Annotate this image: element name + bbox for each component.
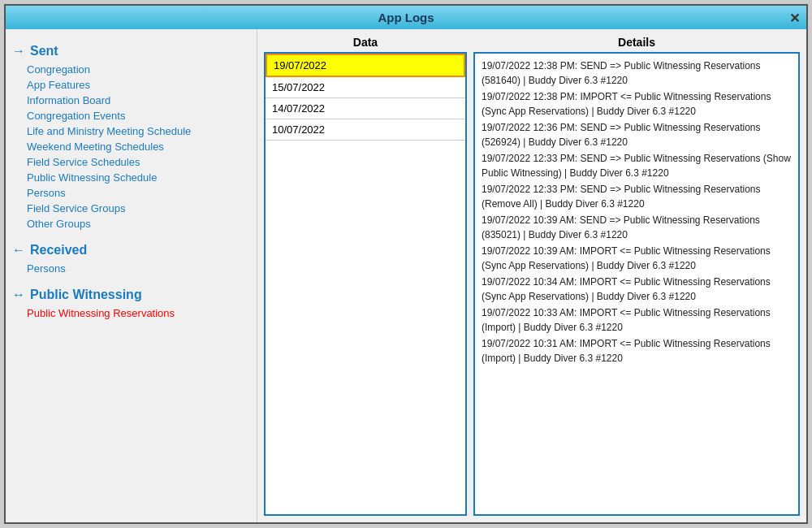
public-witnessing-section-header: ↔ Public Witnessing bbox=[12, 288, 250, 302]
columns-body: 19/07/2022 15/07/2022 14/07/2022 10/07/2… bbox=[264, 52, 800, 516]
data-list[interactable]: 19/07/2022 15/07/2022 14/07/2022 10/07/2… bbox=[264, 52, 467, 516]
sidebar-item-information-board[interactable]: Information Board bbox=[12, 93, 250, 108]
sidebar-item-persons-received[interactable]: Persons bbox=[12, 261, 250, 276]
details-line-1: 19/07/2022 12:38 PM: IMPORT <= Public Wi… bbox=[482, 89, 792, 119]
details-line-5: 19/07/2022 10:39 AM: SEND => Public Witn… bbox=[482, 213, 792, 242]
details-line-6: 19/07/2022 10:39 AM: IMPORT <= Public Wi… bbox=[482, 244, 792, 273]
received-arrow-icon: ← bbox=[12, 243, 25, 258]
sidebar-item-congregation-events[interactable]: Congregation Events bbox=[12, 108, 250, 123]
app-window: App Logs ✕ → Sent Congregation App Featu… bbox=[4, 4, 808, 524]
public-witnessing-label: Public Witnessing bbox=[30, 288, 142, 302]
sent-arrow-icon: → bbox=[12, 44, 25, 58]
data-row[interactable]: 14/07/2022 bbox=[266, 98, 465, 119]
sidebar-item-public-witnessing-reservations[interactable]: Public Witnessing Reservations bbox=[12, 305, 250, 321]
close-button[interactable]: ✕ bbox=[789, 10, 800, 25]
title-bar: App Logs ✕ bbox=[6, 6, 806, 29]
sidebar-item-congregation[interactable]: Congregation bbox=[12, 62, 250, 77]
details-panel: 19/07/2022 12:38 PM: SEND => Public Witn… bbox=[473, 52, 800, 516]
sent-section-header: → Sent bbox=[12, 44, 250, 58]
details-line-0: 19/07/2022 12:38 PM: SEND => Public Witn… bbox=[482, 58, 792, 88]
data-row[interactable]: 15/07/2022 bbox=[266, 77, 465, 98]
details-line-3: 19/07/2022 12:33 PM: SEND => Public Witn… bbox=[482, 151, 792, 180]
sidebar-item-life-ministry[interactable]: Life and Ministry Meeting Schedule bbox=[12, 123, 250, 139]
sidebar: → Sent Congregation App Features Informa… bbox=[6, 29, 257, 522]
content-area: → Sent Congregation App Features Informa… bbox=[6, 29, 806, 522]
data-row[interactable]: 19/07/2022 bbox=[266, 54, 465, 77]
details-column-header: Details bbox=[473, 36, 800, 49]
received-section-header: ← Received bbox=[12, 243, 250, 258]
sidebar-item-other-groups[interactable]: Other Groups bbox=[12, 216, 250, 232]
sent-label: Sent bbox=[30, 44, 58, 58]
main-area: Data Details 19/07/2022 15/07/2022 14/07… bbox=[257, 29, 806, 522]
data-row[interactable]: 10/07/2022 bbox=[266, 119, 465, 141]
columns-header: Data Details bbox=[264, 36, 800, 49]
received-label: Received bbox=[30, 243, 87, 258]
public-witnessing-arrows-icon: ↔ bbox=[12, 288, 25, 302]
data-column-header: Data bbox=[264, 36, 467, 49]
sidebar-item-field-service-groups[interactable]: Field Service Groups bbox=[12, 201, 250, 216]
details-line-2: 19/07/2022 12:36 PM: SEND => Public Witn… bbox=[482, 120, 792, 149]
window-title: App Logs bbox=[378, 11, 434, 24]
sidebar-item-public-witnessing-schedule[interactable]: Public Witnessing Schedule bbox=[12, 170, 250, 185]
details-line-4: 19/07/2022 12:33 PM: SEND => Public Witn… bbox=[482, 182, 792, 211]
details-line-7: 19/07/2022 10:34 AM: IMPORT <= Public Wi… bbox=[482, 275, 792, 304]
sidebar-item-weekend-meetings[interactable]: Weekend Meeting Schedules bbox=[12, 139, 250, 154]
sidebar-item-persons-sent[interactable]: Persons bbox=[12, 185, 250, 201]
details-line-9: 19/07/2022 10:31 AM: IMPORT <= Public Wi… bbox=[482, 336, 792, 366]
sidebar-item-field-service-schedules[interactable]: Field Service Schedules bbox=[12, 154, 250, 170]
details-line-8: 19/07/2022 10:33 AM: IMPORT <= Public Wi… bbox=[482, 305, 792, 335]
sidebar-item-app-features[interactable]: App Features bbox=[12, 77, 250, 93]
